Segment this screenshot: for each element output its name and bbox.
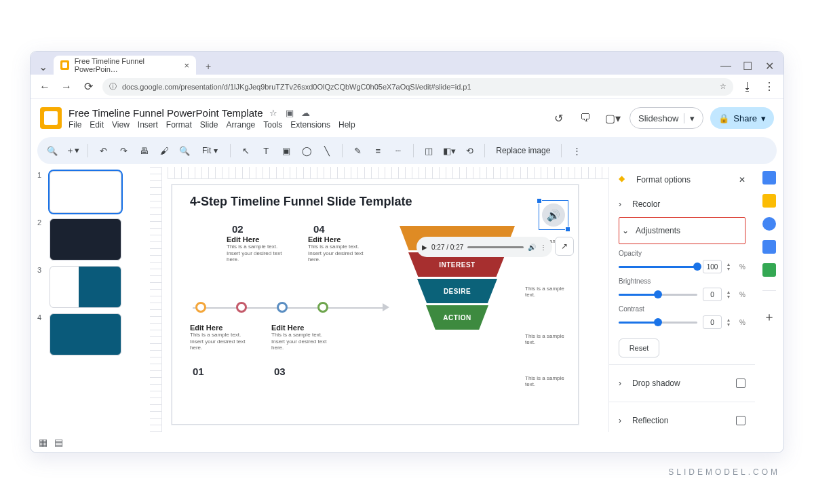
- border-color-icon[interactable]: ✎: [349, 142, 366, 159]
- select-tool-icon[interactable]: ↖: [237, 142, 254, 159]
- speaker-notes-icon[interactable]: ▤: [54, 437, 63, 448]
- reset-button[interactable]: Reset: [619, 338, 659, 357]
- document-title[interactable]: Free Timeline Funnel PowerPoint Template: [69, 107, 263, 119]
- tab-search-icon[interactable]: ⌄: [36, 58, 50, 75]
- keep-icon[interactable]: [762, 194, 776, 208]
- brightness-value[interactable]: 0: [703, 288, 722, 301]
- line-icon[interactable]: ╲: [319, 142, 335, 159]
- contacts-icon[interactable]: [762, 240, 776, 254]
- addons-icon[interactable]: ＋: [763, 309, 775, 325]
- menu-slide[interactable]: Slide: [200, 120, 218, 130]
- tl-label-01[interactable]: Edit HereThis is a sample text. Insert y…: [190, 324, 251, 351]
- slide-title[interactable]: 4-Step Timeline Funnel Slide Template: [172, 185, 578, 212]
- border-dash-icon[interactable]: ┄: [390, 142, 406, 159]
- player-track[interactable]: [467, 246, 524, 248]
- menu-edit[interactable]: Edit: [90, 120, 104, 130]
- reflection-section[interactable]: ›Reflection: [619, 409, 745, 432]
- tl-num-01[interactable]: 01: [193, 366, 204, 377]
- paint-format-icon[interactable]: 🖌: [156, 142, 172, 159]
- contrast-value[interactable]: 0: [703, 315, 722, 329]
- address-bar[interactable]: ⓘ docs.google.com/presentation/d/1lJKgJe…: [102, 78, 733, 96]
- player-menu-icon[interactable]: ⋮: [540, 244, 547, 251]
- share-button[interactable]: 🔒 Share ▾: [710, 107, 774, 129]
- star-icon[interactable]: ☆: [267, 106, 279, 119]
- maps-icon[interactable]: [762, 263, 776, 277]
- brightness-stepper[interactable]: ▴▾: [727, 290, 734, 299]
- tasks-icon[interactable]: [762, 217, 776, 231]
- timeline-node-3[interactable]: [277, 302, 288, 313]
- zoom-icon[interactable]: 🔍: [176, 142, 193, 159]
- funnel-side-4[interactable]: This is a sample text.: [525, 375, 573, 387]
- tl-num-03[interactable]: 03: [274, 366, 286, 377]
- window-close-icon[interactable]: ✕: [760, 57, 778, 75]
- replace-image-button[interactable]: Replace image: [492, 146, 554, 155]
- recolor-section[interactable]: ›Recolor: [619, 193, 745, 216]
- crop-icon[interactable]: ◫: [421, 142, 437, 159]
- comments-icon[interactable]: 🗨: [575, 108, 596, 128]
- zoom-fit-dropdown[interactable]: Fit ▾: [197, 146, 223, 155]
- thumbnail-2[interactable]: [50, 218, 121, 260]
- funnel-side-2[interactable]: This is a sample text.: [525, 286, 573, 298]
- drop-shadow-checkbox[interactable]: [736, 379, 745, 388]
- menu-file[interactable]: File: [69, 120, 81, 130]
- timeline-node-2[interactable]: [236, 302, 247, 313]
- adjustments-section[interactable]: ⌄Adjustments: [622, 219, 742, 242]
- back-icon[interactable]: ←: [37, 79, 52, 94]
- drop-shadow-section[interactable]: ›Drop shadow: [619, 372, 745, 395]
- search-menu-icon[interactable]: 🔍: [44, 142, 60, 159]
- border-weight-icon[interactable]: ≡: [370, 142, 386, 159]
- thumbnail-4[interactable]: [50, 313, 121, 355]
- image-icon[interactable]: ▣: [278, 142, 294, 159]
- forward-icon[interactable]: →: [59, 79, 74, 94]
- browser-tab[interactable]: Free Timeline Funnel PowerPoin… ×: [54, 56, 196, 75]
- slideshow-button[interactable]: Slideshow ▾: [629, 107, 703, 129]
- textbox-icon[interactable]: T: [258, 142, 274, 159]
- redo-icon[interactable]: ↷: [115, 142, 132, 159]
- downloads-icon[interactable]: ⭳: [740, 79, 755, 94]
- menu-tools[interactable]: Tools: [263, 120, 282, 130]
- funnel-step-4[interactable]: ACTION: [426, 305, 488, 330]
- tl-num-02[interactable]: 02: [232, 223, 244, 235]
- print-icon[interactable]: 🖶: [136, 142, 152, 159]
- mask-icon[interactable]: ◧▾: [441, 142, 457, 159]
- volume-icon[interactable]: 🔊: [528, 244, 536, 251]
- undo-icon[interactable]: ↶: [95, 142, 111, 159]
- reset-image-icon[interactable]: ⟲: [461, 142, 478, 159]
- audio-player[interactable]: ▶ 0:27 / 0:27 🔊 ⋮: [416, 237, 552, 257]
- reflection-checkbox[interactable]: [736, 416, 745, 425]
- new-tab-button[interactable]: +: [200, 58, 216, 75]
- contrast-stepper[interactable]: ▴▾: [727, 317, 734, 327]
- opacity-stepper[interactable]: ▴▾: [727, 262, 734, 271]
- tl-label-04[interactable]: Edit HereThis is a sample text. Insert y…: [308, 235, 369, 263]
- timeline-node-1[interactable]: [195, 302, 206, 313]
- thumbnail-3[interactable]: [50, 266, 121, 308]
- funnel-step-3[interactable]: DESIRE: [417, 279, 497, 303]
- menu-format[interactable]: Format: [166, 120, 192, 130]
- site-info-icon[interactable]: ⓘ: [109, 81, 117, 92]
- move-icon[interactable]: ▣: [284, 106, 296, 119]
- audio-object-selected[interactable]: 🔊: [539, 200, 568, 230]
- cloud-status-icon[interactable]: ☁: [300, 106, 312, 119]
- menu-extensions[interactable]: Extensions: [290, 120, 330, 130]
- tl-label-03[interactable]: Edit HereThis is a sample text. Insert y…: [271, 324, 332, 351]
- canvas[interactable]: 4-Step Timeline Funnel Slide Template 02…: [150, 167, 608, 432]
- popout-icon[interactable]: ↗: [555, 237, 574, 256]
- speaker-icon[interactable]: 🔊: [542, 203, 565, 227]
- reload-icon[interactable]: ⟳: [81, 79, 96, 94]
- opacity-slider[interactable]: 100 ▴▾ %: [619, 260, 745, 273]
- new-slide-icon[interactable]: ＋▾: [64, 142, 81, 159]
- meet-icon[interactable]: ▢▾: [602, 108, 623, 128]
- menu-view[interactable]: View: [112, 120, 130, 130]
- contrast-slider[interactable]: 0 ▴▾ %: [619, 315, 745, 329]
- window-maximize-icon[interactable]: ☐: [739, 57, 756, 75]
- slideshow-caret-icon[interactable]: ▾: [684, 113, 695, 123]
- slides-logo-icon[interactable]: [40, 107, 62, 129]
- chrome-menu-icon[interactable]: ⋮: [762, 79, 777, 94]
- slide[interactable]: 4-Step Timeline Funnel Slide Template 02…: [172, 185, 579, 425]
- calendar-icon[interactable]: [762, 171, 776, 185]
- tl-num-04[interactable]: 04: [313, 223, 325, 235]
- history-icon[interactable]: ↺: [548, 108, 568, 128]
- menu-insert[interactable]: Insert: [138, 120, 158, 130]
- menu-arrange[interactable]: Arrange: [227, 120, 256, 130]
- panel-close-icon[interactable]: ✕: [739, 175, 745, 185]
